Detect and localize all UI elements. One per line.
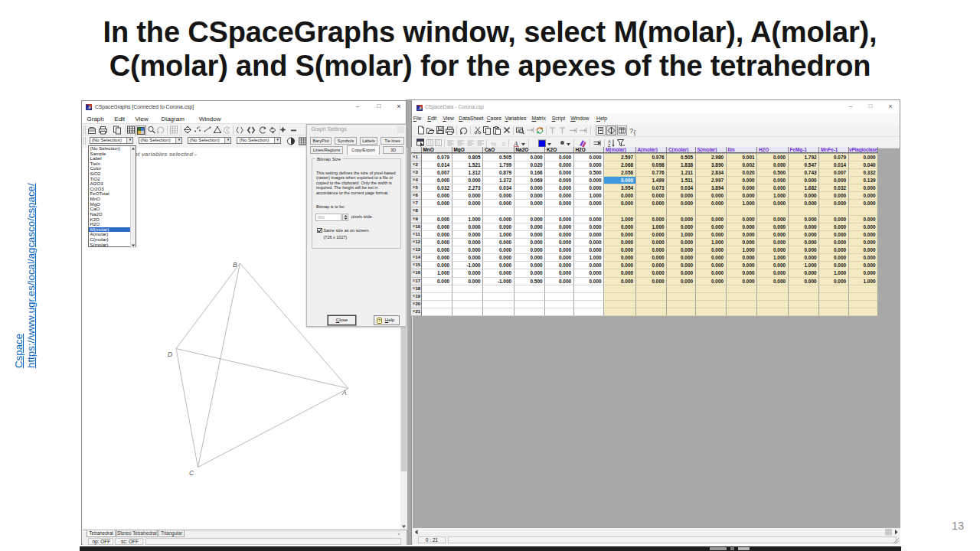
svg-text:B: B: [233, 261, 237, 269]
svg-text:A: A: [518, 128, 521, 132]
svg-text:C: C: [189, 469, 194, 477]
svg-text:D: D: [168, 350, 172, 358]
svg-text:{: {: [634, 128, 636, 135]
svg-text:A: A: [341, 389, 347, 396]
svg-text:?: ?: [629, 127, 633, 135]
svg-text:.0: .0: [501, 141, 505, 146]
